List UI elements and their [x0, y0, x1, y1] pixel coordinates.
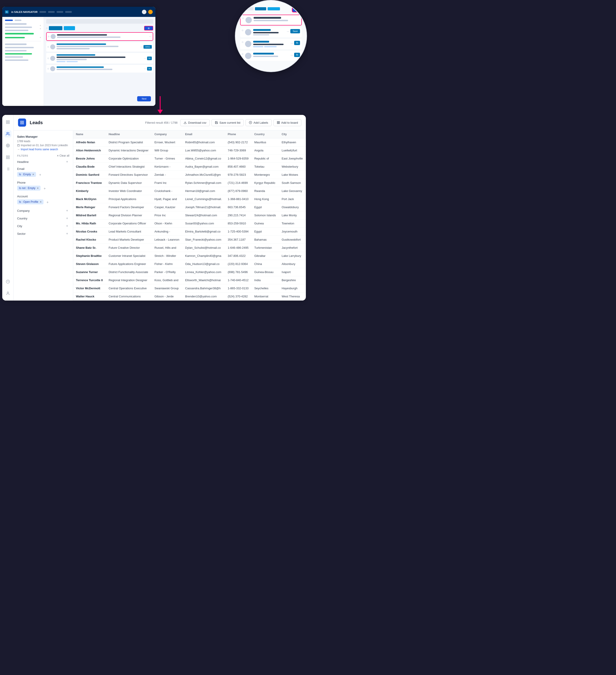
cell-email-14: Kamron_Champlin40@gma — [182, 252, 225, 260]
filter-phone: Phone Is not : Empty ✕ + — [17, 181, 69, 192]
sidebar-mock-item-7 — [5, 56, 23, 58]
cell-headline-18: Central Operations Executive — [106, 284, 152, 292]
arrow-container — [157, 96, 163, 114]
cell-phone-7: 1-368-881-0410 — [225, 195, 251, 203]
cell-city-12: Gusikowskifort — [279, 236, 306, 244]
table-head: Name Headline Company Email Phone Countr… — [73, 131, 306, 138]
row-btn-4: IN — [147, 67, 152, 71]
add-to-board-button[interactable]: Add to board — [274, 119, 301, 126]
nav-icon-target[interactable] — [4, 142, 11, 149]
cell-email-10: Susan50@yahoo.com — [182, 219, 225, 228]
cell-country-14: Gibraltar — [251, 252, 279, 260]
zoom-name-3 — [253, 41, 269, 43]
filter-sector: Sector + — [17, 231, 69, 236]
cell-country-10: Guinea — [251, 219, 279, 228]
nav-icon-user[interactable] — [4, 290, 11, 297]
crm-body: Sales Manager 1789 leads Imported on 01 … — [13, 131, 306, 301]
zoom-name-4 — [253, 53, 274, 55]
filter-country: Country + — [17, 216, 69, 221]
zoom-in-btn-4: IN — [294, 53, 300, 57]
cell-name-1: Alton Heidenreich — [73, 146, 106, 155]
cell-name-19: Walter Hauck — [73, 292, 106, 301]
filter-phone-tag-remove[interactable]: ✕ — [37, 187, 39, 190]
zoom-checkbox-4 — [242, 53, 243, 55]
filter-city-add[interactable]: + — [65, 224, 69, 228]
zoom-actions-3: ··· IN — [291, 41, 300, 45]
crm-header: Leads Filtered result 456 / 1798 Downloa… — [13, 115, 306, 131]
import-link[interactable]: → Import lead froms same search — [17, 148, 69, 151]
filter-phone-add[interactable]: + — [42, 186, 47, 191]
filter-company-add[interactable]: + — [65, 208, 69, 213]
cell-company-9: Price Inc — [152, 211, 182, 219]
nav-icon-clock[interactable] — [4, 278, 11, 285]
cell-name-11: Nicolas Crooks — [73, 228, 106, 236]
sidebar-mock-item-8 — [5, 60, 28, 61]
filter-account-tag-remove[interactable]: ✕ — [40, 201, 42, 204]
nav-icon-list[interactable] — [4, 165, 11, 172]
svg-point-4 — [7, 132, 8, 134]
cell-name-9: Mildred Bartell — [73, 211, 106, 219]
header-actions: Filtered result 456 / 1798 Download csv … — [145, 119, 301, 126]
filter-phone-tag-text: Is not : Empty — [19, 186, 35, 190]
filter-headline-add[interactable]: + — [65, 159, 69, 164]
table-row: Rachel Klocko Product Markets Developer … — [73, 236, 306, 244]
svg-rect-28 — [277, 122, 278, 122]
filter-account-header: Account — [17, 195, 69, 198]
save-list-button[interactable]: Save current list — [212, 119, 244, 126]
cell-email-1: Lue.Will55@yahoo.com — [182, 146, 225, 155]
zoom-dots-2: ··· — [287, 29, 290, 33]
svg-rect-0 — [6, 121, 7, 122]
row-sub-1 — [57, 36, 121, 38]
crm-title: Leads — [30, 120, 43, 125]
filter-account-add[interactable]: + — [45, 200, 50, 205]
cell-company-0: Ernser, Wuckert — [152, 138, 182, 146]
filter-company: Company + — [17, 208, 69, 213]
nav-icon-leads[interactable] — [4, 130, 11, 137]
cell-company-5: Frami Inc — [152, 179, 182, 187]
cell-phone-3: 858.407.4660 — [225, 163, 251, 171]
cell-company-19: Gibson - Jerde — [152, 292, 182, 301]
svg-rect-11 — [8, 158, 9, 159]
svg-rect-32 — [17, 144, 20, 146]
filter-phone-header: Phone — [17, 181, 69, 184]
cell-headline-8: Forward Factors Developer — [106, 203, 152, 211]
filter-account-tag-text: Is : Open Profile — [19, 200, 38, 204]
cell-phone-15: (220) 812-9364 — [225, 260, 251, 268]
filter-country-add[interactable]: + — [65, 216, 69, 221]
row-actions-3: ··· IN — [144, 57, 152, 60]
sidebar-mock-item-6 — [5, 50, 26, 51]
zoom-tag-1 — [253, 46, 263, 47]
zoom-avatar-1 — [245, 17, 252, 23]
add-labels-button[interactable]: Add Labels — [245, 119, 272, 126]
row-dots-4: ··· — [144, 67, 146, 70]
sidebar-mock-green-2 — [5, 37, 25, 38]
filter-email-tag-remove[interactable]: ✕ — [32, 173, 34, 176]
cell-city-4: Lake Moises — [279, 171, 306, 179]
svg-point-7 — [7, 145, 8, 146]
row-actions-1: ··· — [149, 35, 151, 38]
cell-headline-3: Chief Interactions Strategist — [106, 163, 152, 171]
toolbar-mock: ⊞ — [46, 26, 153, 30]
clear-all-button[interactable]: ✕ Clear all — [57, 154, 69, 157]
nav-icon-grid[interactable] — [4, 154, 11, 161]
zoom-row-2: ··· Save — [240, 27, 302, 37]
filter-sector-label: Sector — [17, 232, 26, 235]
cell-email-7: Lionel_Cummings@hotmail. — [182, 195, 225, 203]
sidebar-mock-item-5 — [5, 47, 34, 48]
nav-icon-home[interactable] — [4, 119, 11, 126]
cell-country-19: Montserrat — [251, 292, 279, 301]
table-row: Terrence Turcotte II Regional Integratio… — [73, 276, 306, 284]
zoom-text-1 — [254, 17, 300, 21]
download-csv-button[interactable]: Download csv — [180, 119, 210, 126]
filter-email-add[interactable]: + — [38, 172, 42, 177]
cell-email-12: Stan_Franecki@yahoo.com — [182, 236, 225, 244]
btn-highlighted: ⊞ — [144, 26, 153, 30]
cell-country-6: Rwanda — [251, 187, 279, 195]
zoom-actions-2: ··· Save — [287, 29, 300, 33]
cell-name-0: Alfredo Nolan — [73, 138, 106, 146]
cell-phone-2: 1-964-529-8359 — [225, 155, 251, 163]
filter-account-label: Account — [17, 195, 28, 198]
cell-headline-11: Lead Markets Consultant — [106, 228, 152, 236]
cell-headline-4: Forward Directives Supervisor — [106, 171, 152, 179]
filter-sector-add[interactable]: + — [65, 231, 69, 236]
